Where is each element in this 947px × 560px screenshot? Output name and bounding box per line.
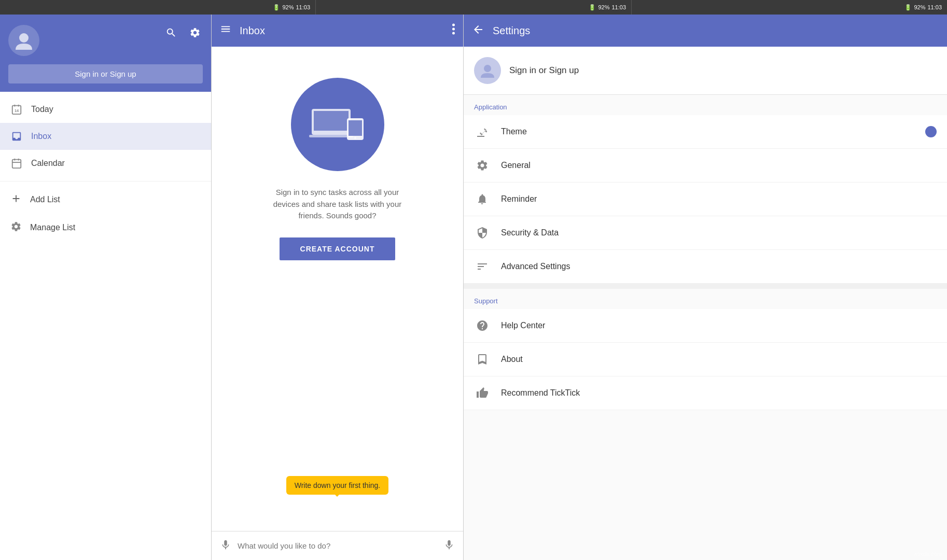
general-icon <box>474 157 491 174</box>
svg-rect-19 <box>477 136 484 137</box>
settings-sign-in-label: Sign in or Sign up <box>509 65 579 76</box>
today-label: Today <box>31 105 53 114</box>
inbox-header: Inbox <box>212 15 463 47</box>
inbox-icon <box>10 130 23 143</box>
settings-item-general[interactable]: General <box>464 149 947 183</box>
settings-item-security[interactable]: Security & Data <box>464 216 947 250</box>
reminder-label: Reminder <box>501 194 937 204</box>
recommend-label: Recommend TickTick <box>501 388 937 398</box>
status-bar-left: 🔋92% 11:03 <box>0 0 316 15</box>
status-bar-right: 🔋92% 11:03 <box>632 0 947 15</box>
middle-panel: Inbox <box>211 15 464 560</box>
settings-avatar <box>474 57 501 84</box>
status-icons-left: 🔋92% 11:03 <box>273 4 310 11</box>
right-panel: Settings Sign in or Sign up Application <box>464 15 947 560</box>
status-bar-middle: 🔋92% 11:03 <box>316 0 632 15</box>
svg-rect-5 <box>12 160 21 169</box>
settings-title: Settings <box>493 25 939 37</box>
back-button[interactable] <box>472 23 484 38</box>
general-label: General <box>501 161 937 170</box>
search-button[interactable] <box>163 25 179 42</box>
add-list-label: Add List <box>30 195 60 204</box>
today-icon: 14 <box>10 103 23 116</box>
svg-point-17 <box>354 137 356 139</box>
status-bar: 🔋92% 11:03 🔋92% 11:03 🔋92% 11:03 <box>0 0 947 15</box>
settings-header: Settings <box>464 15 947 47</box>
settings-profile[interactable]: Sign in or Sign up <box>464 47 947 95</box>
settings-item-about[interactable]: About <box>464 343 947 376</box>
application-section-label: Application <box>464 95 947 115</box>
about-label: About <box>501 355 937 364</box>
settings-item-reminder[interactable]: Reminder <box>464 183 947 216</box>
add-list-item[interactable]: Add List <box>0 186 211 214</box>
header-icons <box>163 25 203 42</box>
theme-icon <box>474 123 491 140</box>
settings-divider <box>464 284 947 289</box>
theme-dot <box>925 126 937 137</box>
task-input[interactable] <box>238 541 437 550</box>
mic-left-button[interactable] <box>220 539 231 552</box>
settings-item-help[interactable]: Help Center <box>464 309 947 343</box>
left-panel: Sign in or Sign up 14 Today <box>0 15 211 560</box>
left-header: Sign in or Sign up <box>0 15 211 92</box>
manage-list-item[interactable]: Manage List <box>0 214 211 242</box>
advanced-label: Advanced Settings <box>501 262 937 271</box>
security-label: Security & Data <box>501 228 937 237</box>
nav-items: 14 Today Inbox <box>0 92 211 560</box>
settings-item-theme[interactable]: Theme <box>464 115 947 149</box>
input-bar <box>212 531 463 560</box>
reminder-icon <box>474 191 491 207</box>
settings-button[interactable] <box>187 25 203 42</box>
manage-list-label: Manage List <box>30 223 75 232</box>
mic-right-button[interactable] <box>443 539 455 552</box>
svg-point-10 <box>452 28 455 31</box>
help-label: Help Center <box>501 321 937 330</box>
sign-in-button[interactable]: Sign in or Sign up <box>8 64 203 83</box>
avatar[interactable] <box>8 25 39 56</box>
sidebar-item-inbox[interactable]: Inbox <box>0 123 211 150</box>
svg-rect-13 <box>314 111 349 131</box>
add-icon <box>10 193 22 206</box>
svg-rect-16 <box>349 120 362 136</box>
sidebar-item-calendar[interactable]: Calendar <box>0 150 211 177</box>
about-icon <box>474 351 491 368</box>
settings-item-advanced[interactable]: Advanced Settings <box>464 250 947 284</box>
menu-button[interactable] <box>220 23 231 38</box>
status-icons-middle: 🔋92% 11:03 <box>589 4 626 11</box>
tooltip-bubble: Write down your first thing. <box>286 476 388 495</box>
inbox-description: Sign in to sync tasks across all your de… <box>260 187 415 222</box>
inbox-title: Inbox <box>240 25 444 37</box>
security-icon <box>474 225 491 241</box>
more-button[interactable] <box>452 23 455 38</box>
manage-icon <box>10 221 22 234</box>
main-panels: Sign in or Sign up 14 Today <box>0 15 947 560</box>
advanced-icon <box>474 258 491 275</box>
svg-point-18 <box>484 65 491 72</box>
tooltip-text: Write down your first thing. <box>295 481 380 489</box>
recommend-icon <box>474 385 491 401</box>
theme-label: Theme <box>501 127 915 136</box>
help-icon <box>474 317 491 334</box>
support-section-label: Support <box>464 289 947 309</box>
svg-point-0 <box>19 33 29 43</box>
create-account-button[interactable]: CREATE ACCOUNT <box>280 237 396 260</box>
device-illustration <box>291 78 384 171</box>
status-icons-right: 🔋92% 11:03 <box>904 4 942 11</box>
inbox-content: Sign in to sync tasks across all your de… <box>212 47 463 531</box>
sidebar-item-today[interactable]: 14 Today <box>0 96 211 123</box>
svg-point-11 <box>452 32 455 35</box>
nav-divider <box>0 181 211 181</box>
calendar-label: Calendar <box>31 159 65 168</box>
svg-rect-14 <box>309 135 353 137</box>
settings-item-recommend[interactable]: Recommend TickTick <box>464 376 947 410</box>
svg-point-9 <box>452 24 455 26</box>
svg-text:14: 14 <box>15 108 19 113</box>
calendar-icon <box>10 157 23 170</box>
left-header-top <box>8 25 203 56</box>
inbox-label: Inbox <box>31 132 51 141</box>
